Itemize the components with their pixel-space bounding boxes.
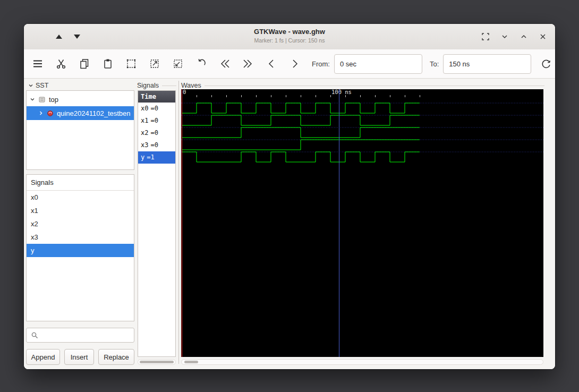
insert-button[interactable]: Insert <box>64 349 94 365</box>
zoom-out-icon[interactable] <box>172 57 184 70</box>
copy-icon[interactable] <box>78 57 91 70</box>
reload-icon[interactable] <box>540 57 552 70</box>
signal-value: =1 <box>147 154 154 161</box>
signal-value: =0 <box>150 105 158 112</box>
tree-item-label: quine20241102_testben <box>57 109 131 117</box>
signal-value: =0 <box>150 141 158 149</box>
to-input[interactable] <box>443 54 531 74</box>
toolbar: From: To: <box>24 49 555 79</box>
close-icon[interactable] <box>537 31 549 42</box>
chevron-down-icon[interactable] <box>499 31 510 42</box>
search-input[interactable] <box>41 328 137 343</box>
svg-text:0: 0 <box>183 89 186 95</box>
chevron-down-icon[interactable] <box>30 97 35 102</box>
signal-value-row-selected[interactable]: y=1 <box>138 151 175 164</box>
list-item[interactable]: x0 <box>27 191 134 204</box>
from-input[interactable] <box>334 54 422 74</box>
list-item[interactable]: x2 <box>27 217 134 231</box>
step-left-icon[interactable] <box>265 57 278 70</box>
scrollbar-thumb[interactable] <box>184 361 198 363</box>
skip-to-end-icon[interactable] <box>242 57 254 70</box>
waves-pane-label: Waves <box>181 82 201 89</box>
signal-search[interactable] <box>26 328 134 343</box>
search-icon <box>31 331 38 339</box>
signal-name: x2 <box>141 129 148 137</box>
list-item-selected[interactable]: y <box>27 244 134 257</box>
signal-name: x1 <box>141 117 148 124</box>
frame-line <box>205 86 544 86</box>
titlebar[interactable]: GTKWave - wave.ghw Marker: 1 fs | Cursor… <box>24 24 555 50</box>
signal-name: y <box>141 154 144 161</box>
signal-value-row[interactable]: x2=0 <box>138 127 175 139</box>
time-column-header[interactable]: Time <box>138 91 175 103</box>
waves-hscrollbar[interactable] <box>181 359 543 365</box>
from-label: From: <box>312 60 330 68</box>
tree-item-top[interactable]: top <box>27 92 134 106</box>
entity-icon <box>47 110 54 117</box>
signal-name: x0 <box>141 105 148 112</box>
paste-icon[interactable] <box>101 57 114 70</box>
module-icon <box>38 96 46 103</box>
step-right-icon[interactable] <box>288 57 301 70</box>
skip-to-start-icon[interactable] <box>218 57 231 70</box>
to-label: To: <box>430 60 439 68</box>
waveform-canvas[interactable]: 0100 ns <box>181 89 543 357</box>
window-subtitle: Marker: 1 fs | Cursor: 150 ns <box>104 37 475 44</box>
sst-header[interactable]: SST <box>28 82 48 89</box>
signal-value-row[interactable]: x1=0 <box>138 115 175 127</box>
window-title: GTKWave - wave.ghw <box>104 28 475 36</box>
signals-pane-label: Signals <box>137 82 159 89</box>
wave-plot[interactable]: 0100 ns <box>181 89 543 357</box>
tree-item-testbench[interactable]: quine20241102_testben <box>27 106 134 120</box>
signal-values-panel: Time x0=0 x1=0 x2=0 x3=0 y=1 <box>138 90 176 357</box>
signal-value-row[interactable]: x3=0 <box>138 139 175 151</box>
cut-icon[interactable] <box>55 57 67 70</box>
replace-button[interactable]: Replace <box>98 349 134 365</box>
chevron-right-icon[interactable] <box>38 110 44 116</box>
frame-line <box>162 86 176 86</box>
list-item[interactable]: x1 <box>27 204 134 217</box>
signal-value: =0 <box>150 129 158 137</box>
main-area: SST top quine20241102_testben <box>24 79 555 369</box>
triangle-up-icon[interactable] <box>56 35 62 39</box>
signal-name: x3 <box>141 141 148 149</box>
signal-value: =0 <box>150 117 158 124</box>
sst-label: SST <box>36 82 48 89</box>
signal-value-row[interactable]: x0=0 <box>138 103 175 115</box>
signal-list: Signals x0 x1 x2 x3 y <box>26 174 134 321</box>
menu-icon[interactable] <box>31 57 44 70</box>
gtkwave-window: GTKWave - wave.ghw Marker: 1 fs | Cursor… <box>24 24 555 369</box>
values-hscrollbar[interactable] <box>138 359 176 365</box>
unfullscreen-icon[interactable] <box>480 31 491 42</box>
chevron-down-icon <box>28 83 33 88</box>
signal-list-header: Signals <box>27 175 134 191</box>
undo-icon[interactable] <box>195 57 208 70</box>
chevron-up-icon[interactable] <box>518 31 530 42</box>
zoom-in-icon[interactable] <box>148 57 161 70</box>
append-button[interactable]: Append <box>26 349 60 365</box>
sst-tree: top quine20241102_testben <box>26 90 134 170</box>
pane-splitter[interactable] <box>178 81 179 364</box>
triangle-down-icon[interactable] <box>74 35 80 39</box>
list-item[interactable]: x3 <box>27 231 134 244</box>
svg-text:100 ns: 100 ns <box>331 89 352 95</box>
zoom-fit-icon[interactable] <box>125 57 138 70</box>
tree-item-label: top <box>49 96 58 104</box>
scrollbar-thumb[interactable] <box>140 361 174 363</box>
